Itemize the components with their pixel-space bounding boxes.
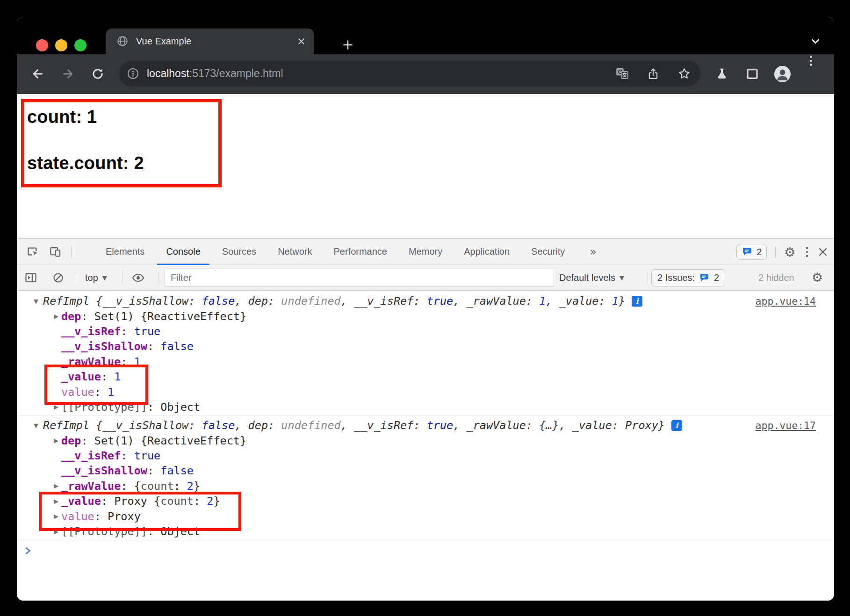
console-token: __v_isShallow [61, 340, 147, 353]
bookmark-star-icon[interactable] [677, 67, 691, 80]
console-token: : [121, 449, 134, 462]
url-text[interactable]: localhost:5173/example.html [147, 67, 283, 80]
filter-input[interactable] [165, 269, 554, 287]
tab-sources[interactable]: Sources [211, 239, 267, 265]
address-bar[interactable]: localhost:5173/example.html G [119, 61, 700, 86]
console-property-line: ▶[[Prototype]]: Object [17, 400, 834, 415]
globe-favicon-icon [116, 35, 129, 47]
console-token: true [427, 294, 454, 308]
console-token: : [101, 370, 114, 383]
tab-search-chevron-icon[interactable] [809, 35, 821, 47]
profile-avatar[interactable] [774, 54, 791, 94]
issues-counter-button[interactable]: 2 [736, 244, 767, 260]
clear-console-icon[interactable] [52, 272, 64, 284]
tab-memory[interactable]: Memory [398, 239, 453, 265]
inspect-element-icon[interactable] [26, 245, 39, 258]
console-token: undefined [281, 419, 340, 432]
console-token: 2 [187, 480, 194, 493]
context-selector[interactable]: top▼ [85, 265, 107, 290]
tab-strip: Vue Example [17, 17, 834, 54]
context-selector-label: top [85, 272, 98, 283]
devtools-menu-kebab-icon[interactable] [804, 245, 810, 259]
expand-arrow-icon[interactable]: ▶ [54, 528, 61, 535]
more-tabs-button[interactable]: » [590, 245, 597, 258]
console-source-link[interactable]: app.vue:14 [756, 295, 816, 307]
tab-close-icon[interactable] [297, 37, 305, 45]
console-token: false [160, 340, 194, 353]
live-expression-eye-icon[interactable] [132, 272, 144, 284]
console-token: , __v_isRef: [341, 294, 427, 308]
console-sidebar-toggle-icon[interactable] [24, 271, 37, 284]
forward-button[interactable] [61, 67, 75, 81]
expand-arrow-icon[interactable]: ▶ [54, 437, 61, 444]
console-token: value [61, 510, 94, 523]
console-prompt[interactable] [17, 540, 834, 561]
tab-network[interactable]: Network [267, 239, 323, 265]
expand-arrow-icon[interactable]: ▶ [54, 403, 61, 410]
tab-security[interactable]: Security [520, 239, 576, 265]
collapse-arrow-icon[interactable]: ▼ [34, 298, 43, 305]
share-icon[interactable] [647, 67, 660, 80]
browser-window: Vue Example localhost:5173/example.html [17, 17, 834, 601]
issues-button[interactable]: 2 Issues: 2 [651, 269, 725, 287]
url-host: localhost [147, 67, 189, 79]
tab-performance[interactable]: Performance [323, 239, 398, 265]
console-token: : Set(1) {ReactiveEffect} [81, 310, 246, 323]
device-toolbar-icon[interactable] [49, 245, 62, 258]
issues-count: 2 [756, 247, 762, 258]
console-token: value [61, 386, 94, 399]
info-badge-icon[interactable]: i [632, 296, 642, 307]
console-token: false [202, 419, 235, 432]
expand-arrow-icon[interactable]: ▶ [54, 482, 61, 489]
console-property-line: __v_isRef: true [17, 324, 834, 339]
tab-elements[interactable]: Elements [95, 239, 155, 265]
console-token: } [658, 419, 665, 432]
tab-application[interactable]: Application [453, 239, 520, 265]
console-property-line: _rawValue: 1 [17, 354, 834, 369]
log-levels-label: Default levels [559, 272, 615, 283]
console-token: : [194, 494, 207, 508]
devtools-settings-gear-icon[interactable]: ⚙ [784, 246, 795, 258]
console-token: 1 [108, 386, 114, 399]
divider [122, 272, 123, 284]
close-window-button[interactable] [36, 39, 48, 51]
devtools-tab-bar: Elements Console Sources Network Perform… [17, 239, 834, 265]
console-token: : [94, 386, 108, 399]
console-settings-gear-icon[interactable]: ⚙ [812, 271, 823, 284]
console-token: 1 [134, 355, 141, 368]
console-token: dep [61, 434, 81, 447]
expand-arrow-icon[interactable]: ▶ [54, 513, 61, 520]
minimize-window-button[interactable] [55, 39, 67, 51]
console-source-link[interactable]: app.vue:17 [756, 420, 816, 431]
devtools-close-icon[interactable] [818, 247, 828, 257]
console-token: [[Prototype]] [61, 401, 147, 414]
console-token: __v_isShallow [61, 464, 147, 477]
reload-button[interactable] [91, 67, 105, 81]
tab-console[interactable]: Console [155, 239, 211, 265]
console-token: count [160, 494, 194, 508]
back-button[interactable] [31, 67, 45, 81]
browser-tab[interactable]: Vue Example [106, 29, 314, 54]
experiments-flask-icon[interactable] [715, 54, 729, 94]
hidden-messages-label[interactable]: 2 hidden [758, 265, 794, 290]
issues-button-label: 2 Issues: [657, 272, 695, 283]
issues-bubble-icon [742, 246, 753, 258]
side-panel-icon[interactable] [745, 54, 759, 94]
collapse-arrow-icon[interactable]: ▼ [34, 422, 43, 429]
console-property-line: __v_isShallow: false [17, 463, 834, 478]
fullscreen-window-button[interactable] [74, 39, 86, 51]
console-token: , _value: [546, 294, 612, 308]
console-token: : Proxy { [101, 494, 160, 508]
expand-arrow-icon[interactable]: ▶ [54, 313, 61, 320]
log-levels-selector[interactable]: Default levels▼ [559, 265, 624, 290]
browser-menu-kebab-icon[interactable] [808, 54, 814, 94]
google-translate-icon[interactable]: G [615, 67, 629, 80]
console-token: false [202, 294, 235, 308]
new-tab-button[interactable] [342, 39, 354, 51]
console-token: , _rawValue: [453, 419, 539, 432]
console-property-line: ▶value: Proxy [17, 509, 834, 523]
expand-arrow-icon[interactable]: ▶ [54, 498, 61, 505]
info-badge-icon[interactable]: i [671, 420, 682, 431]
console-token: true [427, 419, 454, 432]
site-info-icon[interactable] [127, 67, 139, 80]
